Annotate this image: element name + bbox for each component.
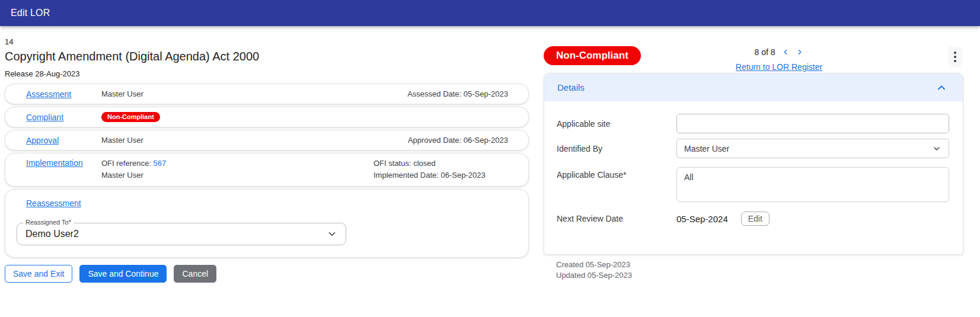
reassigned-to-label: Reassigned To* <box>23 219 74 226</box>
approval-user: Master User <box>101 135 143 146</box>
chevron-up-icon[interactable] <box>936 82 947 94</box>
identified-by-row: Identified By Master User <box>557 139 949 158</box>
lor-edit-section: 14 Copyright Amendment (Digital Agenda) … <box>5 37 529 283</box>
implementation-info: OFI reference: 567 Master User <box>101 158 166 181</box>
status-header-row: Non-Compliant 8 of 8 Return to LOR Regis… <box>544 46 963 68</box>
app-bar: Edit LOR <box>0 0 980 26</box>
identified-by-select[interactable]: Master User <box>676 139 949 158</box>
applicable-site-input[interactable] <box>676 114 949 133</box>
compliant-link[interactable]: Compliant <box>26 113 63 122</box>
chevron-down-icon <box>327 229 337 239</box>
applicable-clause-row: Applicable Clause* All <box>557 167 949 202</box>
chevron-right-icon[interactable] <box>796 48 804 56</box>
next-review-date-label: Next Review Date <box>557 214 676 223</box>
compliance-status-badge: Non-Compliant <box>101 112 160 122</box>
page-content: 14 Copyright Amendment (Digital Agenda) … <box>0 26 980 283</box>
implementation-link[interactable]: Implementation <box>26 158 83 168</box>
return-to-lor-register-link[interactable]: Return to LOR Register <box>736 62 822 72</box>
pagination-count: 8 of 8 <box>754 47 775 57</box>
ofi-reference-link[interactable]: 567 <box>153 159 166 168</box>
assessment-user: Master User <box>101 88 143 100</box>
cancel-button[interactable]: Cancel <box>174 265 216 283</box>
applicable-clause-field[interactable]: All <box>676 167 949 202</box>
record-release-date: Release 28-Aug-2023 <box>5 69 529 78</box>
implementation-status-block: OFI status: closed Implemented Date: 06-… <box>374 158 508 181</box>
details-panel: Details Applicable site Identified By <box>544 73 963 255</box>
save-and-continue-button[interactable]: Save and Continue <box>79 265 167 283</box>
next-review-date-value: 05-Sep-2024 <box>676 214 728 224</box>
record-id: 14 <box>5 37 529 46</box>
more-options-icon[interactable] <box>948 46 962 68</box>
stage-card-approval: Approval Master User Approved Date: 06-S… <box>5 130 529 151</box>
implemented-date: Implemented Date: 06-Sep-2023 <box>374 171 486 180</box>
record-meta: Created 05-Sep-2023 Updated 05-Sep-2023 <box>556 260 963 281</box>
non-compliant-badge: Non-Compliant <box>544 46 641 65</box>
identified-by-value: Master User <box>684 144 729 153</box>
details-panel-body: Applicable site Identified By Master Use… <box>544 114 963 254</box>
approved-date: Approved Date: 06-Sep-2023 <box>408 135 508 146</box>
record-title: Copyright Amendment (Digital Agenda) Act… <box>5 50 529 63</box>
implementation-user: Master User <box>101 171 143 180</box>
applicable-site-row: Applicable site <box>557 114 949 133</box>
stage-card-compliant: Compliant Non-Compliant <box>5 107 529 127</box>
edit-next-review-button[interactable]: Edit <box>741 212 770 226</box>
ofi-reference-label: OFI reference: <box>101 159 151 168</box>
details-panel-header[interactable]: Details <box>544 73 963 101</box>
save-and-exit-button[interactable]: Save and Exit <box>5 265 72 283</box>
record-pagination: 8 of 8 Return to LOR Register <box>732 46 826 72</box>
details-panel-title: Details <box>557 82 585 92</box>
applicable-clause-label: Applicable Clause* <box>557 167 676 180</box>
applicable-site-label: Applicable site <box>557 119 676 129</box>
details-section: Non-Compliant 8 of 8 Return to LOR Regis… <box>544 37 963 283</box>
reassessment-link[interactable]: Reassessment <box>26 198 81 208</box>
stage-card-implementation: Implementation OFI reference: 567 Master… <box>5 153 529 187</box>
chevron-down-icon <box>932 144 941 153</box>
chevron-left-icon[interactable] <box>781 48 790 56</box>
stage-card-reassessment: Reassessment Reassigned To* Demo User2 <box>5 189 529 258</box>
identified-by-label: Identified By <box>557 144 676 153</box>
approval-link[interactable]: Approval <box>26 136 59 145</box>
stage-card-assessment: Assessment Master User Assessed Date: 05… <box>5 84 529 104</box>
action-buttons: Save and Exit Save and Continue Cancel <box>5 265 529 283</box>
assessed-date: Assessed Date: 05-Sep-2023 <box>407 88 508 100</box>
updated-date: Updated 05-Sep-2023 <box>556 270 963 281</box>
next-review-date-row: Next Review Date 05-Sep-2024 Edit <box>557 212 949 226</box>
assessment-link[interactable]: Assessment <box>26 89 71 99</box>
created-date: Created 05-Sep-2023 <box>556 260 963 270</box>
reassigned-to-value: Demo User2 <box>25 229 79 239</box>
ofi-status: OFI status: closed <box>374 159 436 168</box>
reassigned-to-select[interactable]: Reassigned To* Demo User2 <box>17 223 346 245</box>
page-title: Edit LOR <box>11 8 50 18</box>
